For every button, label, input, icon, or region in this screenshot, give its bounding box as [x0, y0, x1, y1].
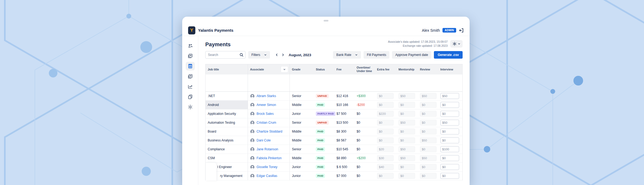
- avatar-icon: [250, 120, 255, 125]
- job-title-cell[interactable]: Compliance: [206, 145, 248, 154]
- interview-cell: $0: [438, 127, 462, 136]
- job-title-cell[interactable]: Application Security: [206, 109, 248, 118]
- review-input[interactable]: $0: [420, 120, 437, 126]
- bank-rate-button[interactable]: Bank Rate: [333, 51, 361, 59]
- interview-input[interactable]: $0: [440, 129, 459, 134]
- sidebar-item-team[interactable]: [186, 41, 195, 50]
- associate-link[interactable]: Gisselle Toney: [257, 165, 277, 169]
- next-month-button[interactable]: [281, 53, 284, 56]
- approve-payment-date-button[interactable]: Approve Payment date: [392, 51, 431, 59]
- table-row[interactable]: ry Management Edgar Casillas Junior PAID…: [206, 172, 462, 180]
- mentorship-input[interactable]: $0: [398, 173, 415, 179]
- exchange-updated-text: Exchange rate updated: 17.08.2023: [388, 44, 448, 48]
- associate-cell: Gisselle Toney: [248, 163, 290, 171]
- extra-fee-input[interactable]: $220: [377, 111, 394, 117]
- chevron-down-icon: [283, 68, 286, 71]
- mentorship-input[interactable]: $50: [398, 146, 415, 152]
- review-input[interactable]: $0: [420, 173, 437, 179]
- sidebar-item-settings[interactable]: [186, 103, 195, 111]
- extra-fee-input[interactable]: $30: [377, 155, 394, 161]
- mentorship-cell: $50: [396, 145, 418, 154]
- review-input[interactable]: $50: [420, 93, 437, 99]
- job-title-cell[interactable]: Automation Testing: [206, 118, 248, 127]
- job-title-cell[interactable]: .NET: [206, 92, 248, 100]
- associate-link[interactable]: Dani Cole: [257, 138, 271, 142]
- job-title-text: Android: [208, 103, 219, 107]
- job-title-cell[interactable]: Board: [206, 127, 248, 136]
- associate-cell: Cristian Crum: [248, 118, 290, 127]
- search-icon: [239, 53, 244, 57]
- status-badge: PAID: [316, 156, 325, 160]
- generate-csv-button[interactable]: Generate .csv: [434, 51, 463, 59]
- extra-fee-input[interactable]: $0: [377, 173, 394, 179]
- sidebar-item-documents[interactable]: [186, 72, 195, 81]
- mentorship-input[interactable]: $0: [398, 164, 415, 170]
- mentorship-input[interactable]: $0: [398, 137, 415, 143]
- interview-input[interactable]: $100: [440, 146, 459, 152]
- review-input[interactable]: $0: [420, 164, 437, 170]
- table-settings-button[interactable]: [450, 40, 463, 48]
- table-row[interactable]: Android Ameer Simon Middle PAID $10 166 …: [206, 101, 462, 109]
- mentorship-input[interactable]: $0: [398, 102, 415, 108]
- associate-link[interactable]: Fabiola Pinkerton: [257, 156, 281, 160]
- associate-link[interactable]: Edgar Casillas: [257, 174, 277, 178]
- table-row[interactable]: Board Charlize Stoddard Middle PAID $8 3…: [206, 127, 462, 136]
- interview-input[interactable]: $0: [440, 111, 459, 117]
- previous-month-button[interactable]: [275, 53, 279, 56]
- review-cell: $0: [418, 127, 438, 136]
- associate-link[interactable]: Brock Sales: [257, 112, 274, 116]
- sidebar-item-news[interactable]: [186, 52, 195, 60]
- status-cell: UNPAID: [314, 92, 334, 100]
- extra-fee-input[interactable]: $0: [377, 93, 394, 99]
- table-row[interactable]: Business Analysis Dani Cole Middle PAID …: [206, 136, 462, 145]
- table-row[interactable]: CSM Fabiola Pinkerton Middle PAID $8 890…: [206, 154, 462, 163]
- extra-fee-input[interactable]: $0: [377, 129, 394, 134]
- review-input[interactable]: $0: [420, 111, 437, 117]
- job-title-cell[interactable]: Android: [206, 101, 248, 109]
- review-input[interactable]: $0: [420, 129, 437, 134]
- interview-input[interactable]: $0: [440, 164, 459, 170]
- associate-link[interactable]: Ameer Simon: [257, 103, 276, 107]
- interview-input[interactable]: $50: [440, 93, 459, 99]
- review-input[interactable]: $50: [420, 155, 437, 161]
- table-row[interactable]: Automation Testing Cristian Crum Senior …: [206, 118, 462, 127]
- fill-payments-button[interactable]: Fill Payments: [364, 51, 389, 59]
- associate-link[interactable]: Cristian Crum: [257, 121, 276, 124]
- table-row[interactable]: .NET Abram Starks Senior UNPAID $12 416 …: [206, 92, 462, 101]
- interview-input[interactable]: $0: [440, 173, 459, 179]
- job-title-cell[interactable]: CSM: [206, 154, 248, 162]
- mentorship-input[interactable]: $0: [398, 129, 415, 134]
- table-row[interactable]: Application Security Brock Sales Junior …: [206, 109, 462, 118]
- extra-fee-input[interactable]: $0: [377, 137, 394, 143]
- interview-input[interactable]: $0: [440, 137, 459, 143]
- col-header-job-title: Job title: [206, 64, 248, 74]
- extra-fee-input[interactable]: $20: [377, 146, 394, 152]
- analytics-icon: [188, 84, 193, 89]
- logout-button[interactable]: [459, 28, 464, 33]
- interview-input[interactable]: $0: [440, 102, 459, 108]
- extra-fee-input[interactable]: $0: [377, 102, 394, 108]
- associate-link[interactable]: Charlize Stoddard: [257, 130, 282, 133]
- sidebar-item-payments[interactable]: [186, 62, 195, 70]
- extra-fee-input[interactable]: $40: [377, 164, 394, 170]
- extra-fee-input[interactable]: $0: [377, 120, 394, 126]
- table-row[interactable]: Compliance Jane Rotanson Senior PAID $10…: [206, 145, 462, 154]
- review-input[interactable]: $0: [420, 146, 437, 152]
- filters-button[interactable]: Filters: [248, 51, 270, 59]
- associate-cell: Ameer Simon: [248, 101, 290, 109]
- interview-input[interactable]: $50: [440, 120, 459, 126]
- table-row[interactable]: l Engineer Gisselle Toney Junior PAID $ …: [206, 163, 462, 172]
- mentorship-input[interactable]: $50: [398, 120, 415, 126]
- review-input[interactable]: $50: [420, 137, 437, 143]
- mentorship-input[interactable]: $50: [398, 93, 415, 99]
- sidebar-item-analytics[interactable]: [186, 82, 195, 91]
- associate-link[interactable]: Jane Rotanson: [257, 147, 278, 151]
- associate-filter-button[interactable]: [281, 66, 288, 72]
- sidebar-item-copies[interactable]: [186, 92, 195, 101]
- interview-input[interactable]: $0: [440, 155, 459, 161]
- review-input[interactable]: $0: [420, 102, 437, 108]
- job-title-cell[interactable]: Business Analysis: [206, 136, 248, 145]
- mentorship-input[interactable]: $50: [398, 155, 415, 161]
- associate-link[interactable]: Abram Starks: [257, 94, 276, 98]
- mentorship-input[interactable]: $0: [398, 111, 415, 117]
